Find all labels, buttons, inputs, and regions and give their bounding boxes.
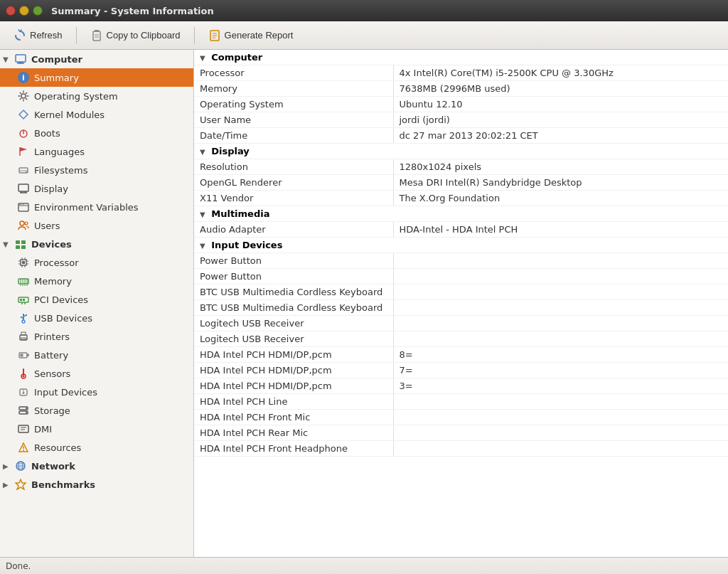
kernel-label: Kernel Modules [34,110,105,120]
expand-arrow-benchmarks: ▶ [3,481,10,489]
sidebar-item-memory[interactable]: Memory [0,272,193,290]
hda-rearmic-key: HDA Intel PCH Rear Mic [194,425,393,441]
close-button[interactable] [6,6,16,16]
sidebar-item-os[interactable]: Operating System [0,87,193,105]
svg-marker-16 [20,147,27,152]
svg-point-82 [26,412,27,413]
hda-hdmi-2-key: HDA Intel PCH HDMI/DP,pcm [194,363,393,378]
computer-section-header: ▼ Computer [194,50,728,65]
content-table: ▼ Computer Processor 4x Intel(R) Core(TM… [194,50,728,457]
usb-icon [17,312,30,324]
sidebar-item-resources[interactable]: Resources [0,438,193,457]
hda-hdmi-2-value: 7= [393,363,728,378]
svg-point-64 [21,317,22,318]
btc-kb-1-value [393,285,728,300]
svg-point-78 [23,392,25,394]
sidebar-item-envvars[interactable]: Environment Variables [0,198,193,216]
flag-icon [17,145,30,158]
sidebar-item-dmi[interactable]: DMI [0,420,193,438]
refresh-label: Refresh [30,30,63,41]
svg-point-30 [25,222,28,225]
svg-rect-72 [21,354,23,357]
x11vendor-key: X11 Vendor [194,191,393,206]
table-row: Operating System Ubuntu 12.10 [194,97,728,112]
report-icon [208,29,221,42]
audio-value: HDA-Intel - HDA Intel PCH [393,222,728,238]
printer-icon [17,330,30,343]
svg-point-75 [23,376,25,378]
svg-rect-31 [16,240,20,244]
sidebar-item-computer[interactable]: ▼ Computer [0,50,193,68]
sidebar-item-devices[interactable]: ▼ Devices [0,235,193,253]
clipboard-icon [90,29,103,42]
hda-hdmi-3-value: 3= [393,378,728,394]
window-controls [6,6,43,16]
maximize-button[interactable] [33,6,43,16]
multimedia-section-header: ▼ Multimedia [194,206,728,222]
report-button[interactable]: Generate Report [200,26,301,46]
report-label: Generate Report [225,30,294,41]
content-area: ▼ Computer Processor 4x Intel(R) Core(TM… [194,50,728,557]
resolution-key: Resolution [194,159,393,175]
table-row: OpenGL Renderer Mesa DRI Intel(R) Sandyb… [194,175,728,191]
hda-hdmi-1-key: HDA Intel PCH HDMI/DP,pcm [194,347,393,363]
memory-key: Memory [194,81,393,97]
table-row: HDA Intel PCH HDMI/DP,pcm 7= [194,363,728,378]
hdd-icon [17,164,30,176]
sidebar-item-inputdev[interactable]: Input Devices [0,383,193,401]
sidebar-item-sensors[interactable]: Sensors [0,364,193,383]
sidebar-item-boots[interactable]: Boots [0,124,193,142]
statusbar: Done. [0,557,728,574]
clipboard-label: Copy to Clipboard [107,30,181,41]
power-btn-2-key: Power Button [194,269,393,285]
hda-line-value [393,394,728,410]
sidebar-item-display[interactable]: Display [0,179,193,198]
svg-point-26 [19,204,21,206]
refresh-button[interactable]: Refresh [6,26,70,46]
users-icon [17,219,30,232]
table-row: Memory 7638MB (2996MB used) [194,81,728,97]
gear-icon [17,90,30,102]
toolbar-separator-1 [76,27,77,44]
svg-rect-33 [16,245,20,249]
username-key: User Name [194,112,393,128]
pci-label: PCI Devices [34,294,88,305]
sidebar-item-users[interactable]: Users [0,216,193,235]
sidebar: ▼ Computer i Summary [0,50,194,557]
svg-rect-67 [21,338,26,340]
table-row: Audio Adapter HDA-Intel - HDA Intel PCH [194,222,728,238]
boots-label: Boots [34,128,60,139]
sidebar-item-network[interactable]: ▶ Network [0,457,193,475]
benchmarks-icon [14,478,27,491]
power-btn-2-value [393,269,728,285]
envvars-label: Environment Variables [34,202,139,213]
minimize-button[interactable] [19,6,29,16]
svg-rect-63 [26,314,27,316]
hda-hdmi-3-key: HDA Intel PCH HDMI/DP,pcm [194,378,393,394]
display-section-header: ▼ Display [194,144,728,159]
table-row: Logitech USB Receiver [194,316,728,331]
sidebar-item-benchmarks[interactable]: ▶ Benchmarks [0,475,193,494]
svg-rect-20 [18,184,28,191]
inputdev-section-header: ▼ Input Devices [194,238,728,253]
hda-line-key: HDA Intel PCH Line [194,394,393,410]
logitech-2-key: Logitech USB Receiver [194,331,393,347]
sidebar-item-battery[interactable]: Battery [0,346,193,364]
sidebar-item-processor[interactable]: Processor [0,253,193,272]
sidebar-item-kernel[interactable]: Kernel Modules [0,105,193,124]
info-icon: i [17,71,30,84]
svg-rect-83 [18,425,28,432]
sidebar-item-usb[interactable]: USB Devices [0,309,193,327]
toolbar-separator-2 [194,27,195,44]
table-row: User Name jordi (jordi) [194,112,728,128]
sidebar-item-pci[interactable]: PCI Devices [0,290,193,309]
sidebar-item-filesystems[interactable]: Filesystems [0,161,193,179]
sidebar-item-storage[interactable]: Storage [0,401,193,420]
inputdev-icon [17,386,30,398]
svg-marker-94 [16,479,26,489]
sidebar-item-summary[interactable]: i Summary [0,68,193,87]
sidebar-item-languages[interactable]: Languages [0,142,193,161]
svg-point-27 [21,204,23,206]
sidebar-item-printers[interactable]: Printers [0,327,193,346]
clipboard-button[interactable]: Copy to Clipboard [82,26,188,46]
